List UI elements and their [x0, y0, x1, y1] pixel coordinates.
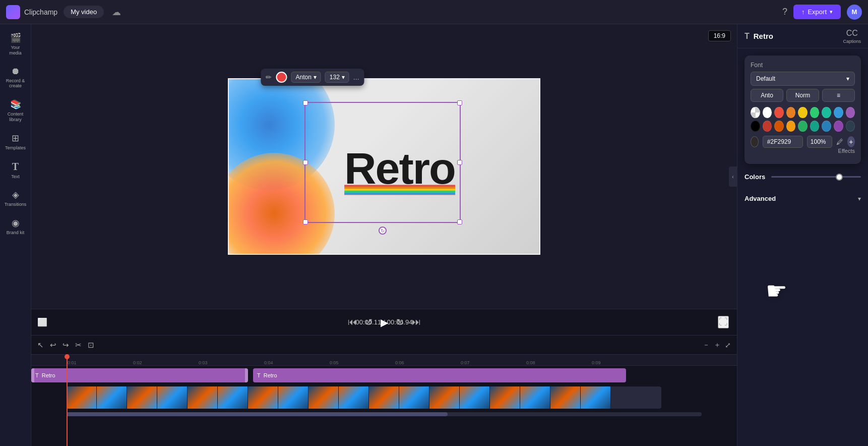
colors-slider[interactable]	[771, 176, 861, 178]
help-button[interactable]: ?	[782, 7, 787, 17]
sidebar-label-templates: Templates	[5, 145, 26, 151]
sidebar-item-text[interactable]: T Text	[2, 157, 29, 184]
split-button[interactable]: ⊡	[88, 341, 94, 350]
text-color-picker[interactable]	[276, 72, 287, 83]
redo-button[interactable]: ↪	[63, 341, 69, 350]
swatch-dark-green[interactable]	[798, 121, 808, 132]
retro-text-element[interactable]: Retro	[344, 146, 455, 191]
swatch-dark-teal[interactable]	[810, 121, 820, 132]
main-content: 🎬 Your media ⏺ Record &create 📚 Contentl…	[0, 24, 868, 446]
ruler-mark: 0:05	[329, 360, 394, 365]
font-size-selector[interactable]: 132 ▾	[325, 72, 349, 83]
ruler-mark: 0:04	[263, 360, 329, 365]
sidebar-item-content-library[interactable]: 📚 Contentlibrary	[2, 95, 29, 127]
video-thumb	[218, 386, 248, 409]
swatch-dark-orange[interactable]	[774, 121, 784, 132]
clip-button[interactable]: ⬜	[37, 317, 47, 327]
swatch-purple[interactable]	[846, 107, 855, 118]
select-tool-button[interactable]: ↖	[37, 341, 44, 350]
swatch-transparent[interactable]	[751, 107, 760, 118]
font-name-button[interactable]: Anto	[751, 89, 783, 102]
video-clip[interactable]	[67, 386, 661, 409]
zoom-controls: － ＋ ⤢	[703, 341, 731, 350]
video-thumb	[127, 386, 157, 409]
font-label: Font	[751, 62, 855, 69]
color-add-button[interactable]: +	[847, 136, 855, 147]
ruler-mark: 0:03	[198, 360, 263, 365]
swatch-yellow[interactable]	[798, 107, 808, 118]
font-align-button[interactable]: ≡	[822, 89, 855, 102]
advanced-section-header[interactable]: Advanced ▾	[745, 192, 861, 205]
video-thumb	[67, 386, 97, 409]
font-style-dropdown[interactable]: Default ▾	[751, 72, 855, 86]
zoom-in-button[interactable]: ＋	[714, 341, 721, 350]
sidebar-item-templates[interactable]: ⊞ Templates	[2, 129, 29, 155]
export-button[interactable]: ↑ Export ▾	[793, 5, 841, 19]
colors-section-title: Colors	[745, 173, 765, 181]
colors-section-header[interactable]: Colors	[745, 170, 861, 184]
swatch-dark-blue[interactable]	[822, 121, 831, 132]
text-format-icon: T	[745, 32, 750, 41]
color-opacity-input[interactable]	[807, 136, 832, 148]
edit-icon[interactable]: ✏	[266, 73, 272, 81]
font-weight-button[interactable]: Norm	[786, 89, 819, 102]
swatch-navy[interactable]	[846, 121, 855, 132]
right-panel-title: T Retro	[745, 32, 773, 41]
collapse-right-panel-button[interactable]: ‹	[729, 166, 737, 187]
app-logo: Clipchamp	[6, 5, 57, 19]
time-separator: /	[383, 318, 385, 326]
swatch-red[interactable]	[774, 107, 784, 118]
undo-button[interactable]: ↩	[50, 341, 56, 350]
colors-slider-thumb	[836, 174, 843, 181]
playhead[interactable]	[67, 355, 68, 446]
total-time: 00:06.94	[387, 318, 413, 326]
cut-button[interactable]: ✂	[75, 341, 82, 350]
swatch-teal[interactable]	[822, 107, 831, 118]
color-pipette-icon[interactable]: 🖉	[836, 138, 843, 146]
sidebar-label-transitions: Transitions	[5, 202, 27, 207]
swatch-dark-red[interactable]	[763, 121, 772, 132]
video-thumb	[248, 386, 278, 409]
sidebar-item-record-create[interactable]: ⏺ Record &create	[2, 62, 29, 93]
font-size-icon: ▾	[342, 74, 345, 81]
aspect-ratio-badge: 16:9	[708, 30, 731, 41]
swatch-blue[interactable]	[834, 107, 843, 118]
sidebar-label-text: Text	[11, 174, 20, 180]
fullscreen-button[interactable]: ⛶	[718, 316, 729, 328]
sidebar-label-record-create: Record &create	[6, 78, 25, 89]
color-preview[interactable]	[751, 136, 759, 147]
video-thumb	[581, 386, 611, 409]
sidebar-item-your-media[interactable]: 🎬 Your media	[2, 28, 29, 60]
swatch-orange[interactable]	[786, 107, 796, 118]
text-clip-2[interactable]: T Retro	[253, 368, 626, 382]
zoom-out-button[interactable]: －	[703, 341, 710, 350]
video-thumb	[278, 386, 308, 409]
swatch-white[interactable]	[763, 107, 772, 118]
more-options-button[interactable]: ...	[353, 73, 359, 81]
font-row: Anto Norm ≡	[751, 89, 855, 102]
color-hex-input[interactable]	[763, 136, 803, 148]
video-thumb	[429, 386, 460, 409]
font-size-label: 132	[330, 74, 340, 81]
captions-label: Captions	[843, 39, 861, 44]
sidebar-item-transitions[interactable]: ◈ Transitions	[2, 185, 29, 211]
swatch-green[interactable]	[810, 107, 820, 118]
captions-button[interactable]: CC Captions	[843, 29, 861, 44]
text-track-row: T Retro T Retro	[31, 366, 737, 385]
swatch-dark-purple[interactable]	[834, 121, 843, 132]
text-clip-1[interactable]: T Retro	[31, 368, 248, 382]
record-icon: ⏺	[11, 66, 20, 77]
swatch-black[interactable]	[751, 121, 760, 132]
video-tab[interactable]: My video	[64, 6, 104, 18]
font-selector[interactable]: Anton ▾	[291, 72, 321, 83]
advanced-section: Advanced ▾	[745, 192, 861, 205]
clip-left-handle-1[interactable]	[31, 368, 34, 382]
skip-to-end-button[interactable]: ⏭	[412, 317, 421, 327]
avatar[interactable]: M	[847, 5, 862, 20]
clip-right-handle-1[interactable]	[245, 368, 248, 382]
timeline-scrollbar[interactable]	[67, 412, 702, 416]
fit-button[interactable]: ⤢	[725, 341, 731, 349]
swatch-dark-yellow[interactable]	[786, 121, 796, 132]
captions-icon: CC	[846, 29, 858, 38]
sidebar-item-brand-kit[interactable]: ◉ Brand kit	[2, 213, 29, 240]
